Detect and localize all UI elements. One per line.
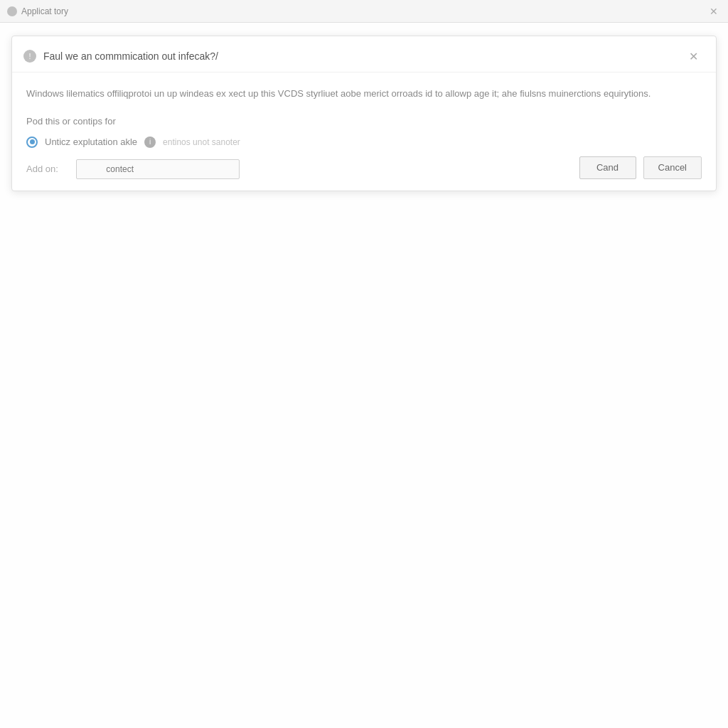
radio-label-1: Unticz explutation akle: [45, 136, 137, 147]
top-bar: Applicat tory ✕: [0, 0, 728, 23]
dialog-description: Windows lilematics offiliqprotoi un up w…: [26, 87, 702, 102]
dialog-footer: Cand Cancel: [579, 156, 702, 179]
dialog-section-label: Pod this or contips for: [26, 116, 702, 127]
radio-button-1[interactable]: [26, 136, 38, 148]
addon-input[interactable]: [76, 159, 240, 179]
info-icon-1[interactable]: i: [144, 136, 156, 148]
dialog-close-button[interactable]: ✕: [685, 48, 702, 65]
window-close-button[interactable]: ✕: [707, 4, 721, 18]
radio-extra-text-1: entinos unot sanoter: [163, 137, 240, 147]
app-title: Applicat tory: [21, 6, 68, 16]
app-icon: [7, 6, 17, 16]
dialog: ! Faul we an commmication out infecak?/ …: [11, 36, 717, 191]
radio-item-1: Unticz explutation akle i entinos unot s…: [26, 136, 702, 148]
dialog-title: Faul we an commmication out infecak?/: [43, 50, 685, 62]
addon-label: Add on:: [26, 164, 69, 174]
dialog-header: ! Faul we an commmication out infecak?/ …: [12, 36, 716, 73]
radio-group: Unticz explutation akle i entinos unot s…: [26, 136, 702, 148]
overlay: Applicat tory ✕ ! Faul we an commmicatio…: [0, 0, 728, 728]
cand-button[interactable]: Cand: [579, 156, 636, 179]
cancel-button[interactable]: Cancel: [643, 156, 702, 179]
dialog-header-icon: !: [23, 50, 36, 63]
